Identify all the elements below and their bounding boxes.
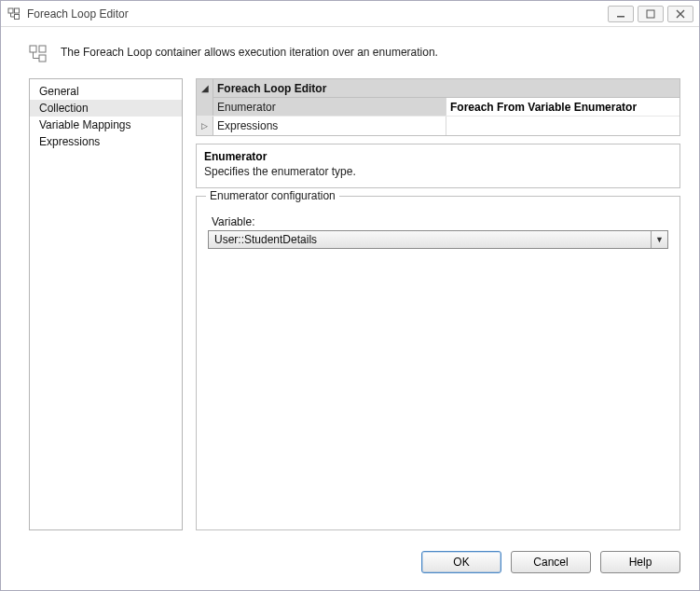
property-grid: ◢ Foreach Loop Editor Enumerator Foreach… [196, 78, 680, 136]
minimize-button[interactable] [608, 6, 634, 22]
container-icon [29, 45, 48, 63]
property-category-label: Foreach Loop Editor [213, 82, 679, 95]
svg-rect-2 [15, 14, 20, 19]
window-title: Foreach Loop Editor [27, 7, 608, 21]
help-button[interactable]: Help [600, 551, 680, 573]
description-title: Enumerator [204, 150, 672, 163]
ok-button[interactable]: OK [421, 551, 501, 573]
nav-panel: General Collection Variable Mappings Exp… [29, 78, 183, 530]
right-pane: ◢ Foreach Loop Editor Enumerator Foreach… [196, 78, 680, 530]
window-controls [608, 6, 693, 22]
variable-value: User::StudentDetails [209, 233, 651, 246]
svg-rect-4 [647, 10, 654, 18]
nav-item-general[interactable]: General [30, 83, 182, 100]
row-gutter [197, 98, 213, 116]
cancel-button[interactable]: Cancel [511, 551, 591, 573]
variable-dropdown[interactable]: User::StudentDetails ▼ [208, 230, 668, 249]
nav-item-collection[interactable]: Collection [30, 100, 182, 117]
enumerator-config-group: Enumerator configuration Variable: User:… [196, 196, 680, 530]
close-button[interactable] [667, 6, 693, 22]
svg-rect-0 [8, 8, 13, 13]
svg-rect-3 [617, 16, 625, 18]
header-strip: The Foreach Loop container allows execut… [1, 27, 699, 73]
variable-label: Variable: [212, 215, 668, 228]
chevron-down-icon: ▼ [651, 231, 667, 248]
description-panel: Enumerator Specifies the enumerator type… [196, 144, 680, 188]
svg-rect-5 [30, 46, 36, 52]
header-description: The Foreach Loop container allows execut… [61, 44, 438, 59]
property-name: Enumerator [213, 98, 446, 116]
collapse-icon[interactable]: ◢ [197, 79, 213, 98]
expand-icon[interactable]: ▷ [197, 117, 213, 135]
svg-rect-1 [15, 8, 20, 13]
nav-item-expressions[interactable]: Expressions [30, 133, 182, 150]
description-text: Specifies the enumerator type. [204, 165, 672, 178]
svg-rect-6 [39, 46, 46, 52]
svg-rect-7 [39, 55, 46, 62]
group-legend: Enumerator configuration [206, 189, 339, 202]
property-row-expressions[interactable]: ▷ Expressions [197, 117, 679, 135]
property-category-row[interactable]: ◢ Foreach Loop Editor [197, 79, 679, 98]
property-value[interactable] [446, 117, 679, 135]
content-area: General Collection Variable Mappings Exp… [1, 73, 699, 540]
dialog-window: Foreach Loop Editor The Foreach Loop con… [0, 0, 700, 591]
nav-item-variable-mappings[interactable]: Variable Mappings [30, 117, 182, 133]
property-row-enumerator[interactable]: Enumerator Foreach From Variable Enumera… [197, 98, 679, 117]
titlebar: Foreach Loop Editor [1, 1, 699, 27]
app-icon [7, 7, 21, 21]
property-value[interactable]: Foreach From Variable Enumerator [446, 98, 679, 116]
dialog-footer: OK Cancel Help [1, 540, 699, 590]
property-name: Expressions [213, 117, 446, 135]
maximize-button[interactable] [638, 6, 664, 22]
